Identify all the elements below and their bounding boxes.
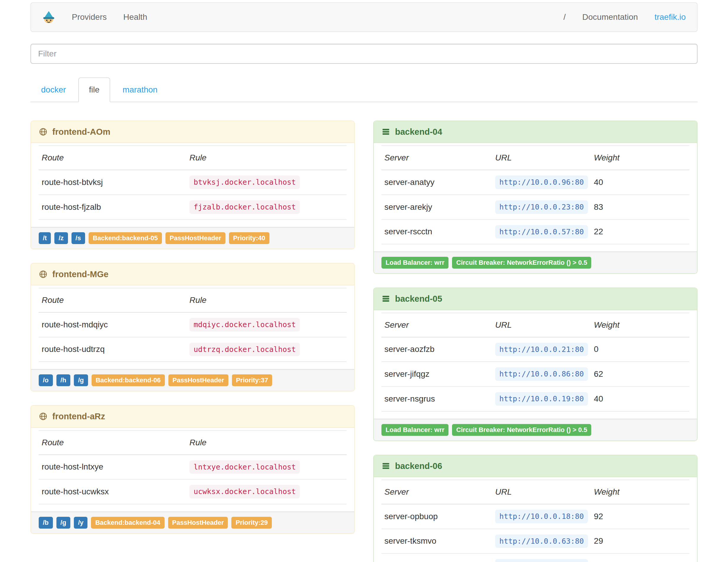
content-row: frontend-AOm Route Rule route-host-btvk — [30, 121, 698, 562]
tab-file[interactable]: file — [78, 77, 110, 102]
server-name: server-arekjy — [381, 195, 492, 220]
frontend-card-header: frontend-MGe — [31, 264, 354, 285]
path-badge: /s — [71, 232, 85, 244]
tab-docker[interactable]: docker — [30, 77, 77, 102]
rule-value: mdqiyc.docker.localhost — [189, 318, 300, 332]
tab-marathon[interactable]: marathon — [112, 77, 168, 102]
server-stack-icon — [381, 294, 390, 303]
path-badge: /g — [74, 374, 88, 386]
server-row: server-rscctn http://10.0.0.57:80 22 — [381, 220, 689, 244]
server-row: server-nsgrus http://10.0.0.19:80 40 — [381, 386, 689, 411]
server-weight: 0 — [591, 337, 689, 362]
priority-badge: Priority:37 — [232, 374, 272, 386]
server-row: server-anatyy http://10.0.0.96:80 40 — [381, 170, 689, 195]
column-header-rule: Rule — [186, 288, 347, 312]
backend-card-body: Server URL Weight server-aozfzb http://1… — [374, 310, 697, 419]
traefik-mascot-icon — [41, 9, 56, 25]
server-url: http://10.0.0.18:80 — [495, 510, 588, 523]
path-badge: /y — [74, 517, 87, 529]
frontend-name: frontend-AOm — [52, 126, 111, 137]
provider-tabs: docker file marathon — [30, 77, 698, 102]
path-badge: /o — [39, 374, 53, 386]
server-url: http://10.0.0.19:80 — [495, 392, 588, 406]
globe-icon — [39, 270, 48, 279]
nav-health[interactable]: Health — [115, 11, 155, 23]
server-url: http://10.0.0.63:80 — [495, 535, 588, 548]
column-header-rule: Rule — [186, 146, 347, 170]
rule-value: ucwksx.docker.localhost — [189, 485, 300, 498]
frontend-name: frontend-aRz — [52, 411, 105, 422]
server-row: server-updqmo http://10.0.0.83:80 57 — [381, 553, 689, 562]
nav-traefik-io-link[interactable]: traefik.io — [646, 11, 694, 23]
server-name: server-updqmo — [381, 553, 492, 562]
frontend-card: frontend-aRz Route Rule route-host-lntx — [30, 405, 355, 534]
frontend-card-footer: /o /h /g Backend:backend-06 PassHostHead… — [31, 369, 354, 391]
backends-column: backend-04 Server URL Weight — [373, 121, 698, 562]
backend-ref-badge: Backend:backend-05 — [89, 232, 162, 244]
column-header-weight: Weight — [591, 313, 689, 337]
server-row: server-opbuop http://10.0.0.18:80 92 — [381, 504, 689, 529]
column-header-route: Route — [39, 431, 186, 455]
backend-name: backend-04 — [395, 126, 442, 137]
server-weight: 22 — [591, 220, 689, 244]
priority-badge: Priority:40 — [229, 232, 269, 244]
server-row: server-jifqgz http://10.0.0.86:80 62 — [381, 362, 689, 386]
frontends-column: frontend-AOm Route Rule route-host-btvk — [30, 121, 355, 548]
server-weight: 92 — [591, 504, 689, 529]
server-stack-icon — [381, 127, 390, 136]
rule-value: fjzalb.docker.localhost — [189, 200, 300, 214]
routes-table: Route Rule route-host-btvksj btvksj.dock… — [39, 145, 347, 220]
server-url: http://10.0.0.86:80 — [495, 367, 588, 381]
path-badge: /t — [39, 232, 51, 244]
route-row: route-host-udtrzq udtrzq.docker.localhos… — [39, 337, 347, 362]
backend-card-footer: Load Balancer: wrr Circuit Breaker: Netw… — [374, 419, 697, 441]
server-row: server-aozfzb http://10.0.0.21:80 0 — [381, 337, 689, 362]
column-header-weight: Weight — [591, 146, 689, 170]
frontend-card-body: Route Rule route-host-mdqiyc mdqiyc.dock… — [31, 285, 354, 369]
filter-input[interactable] — [30, 44, 698, 64]
nav-documentation[interactable]: Documentation — [574, 11, 646, 23]
column-header-server: Server — [381, 480, 492, 504]
backend-card-header: backend-05 — [374, 288, 697, 310]
server-name: server-aozfzb — [381, 337, 492, 362]
route-row: route-host-ucwksx ucwksx.docker.localhos… — [39, 479, 347, 504]
backend-card-body: Server URL Weight server-anatyy http://1… — [374, 143, 697, 251]
servers-table: Server URL Weight server-aozfzb http://1… — [381, 313, 689, 412]
server-url: http://10.0.0.57:80 — [495, 225, 588, 239]
servers-table: Server URL Weight server-opbuop http://1… — [381, 480, 689, 562]
backend-card-header: backend-06 — [374, 455, 697, 477]
navbar: Providers Health / Documentation traefik… — [30, 2, 698, 32]
backend-ref-badge: Backend:backend-06 — [92, 374, 165, 386]
path-badge: /z — [54, 232, 68, 244]
frontend-card-body: Route Rule route-host-btvksj btvksj.dock… — [31, 143, 354, 227]
server-url: http://10.0.0.96:80 — [495, 176, 588, 189]
server-weight: 57 — [591, 553, 689, 562]
path-badge: /b — [39, 517, 53, 529]
route-name: route-host-btvksj — [39, 170, 186, 195]
frontend-card: frontend-AOm Route Rule route-host-btvk — [30, 121, 355, 249]
column-header-weight: Weight — [591, 480, 689, 504]
route-row: route-host-fjzalb fjzalb.docker.localhos… — [39, 195, 347, 220]
backend-name: backend-06 — [395, 461, 442, 471]
servers-table: Server URL Weight server-anatyy http://1… — [381, 145, 689, 244]
server-name: server-anatyy — [381, 170, 492, 195]
priority-badge: Priority:29 — [231, 517, 272, 529]
column-header-server: Server — [381, 313, 492, 337]
server-name: server-nsgrus — [381, 386, 492, 411]
route-name: route-host-ucwksx — [39, 479, 186, 504]
server-weight: 62 — [591, 362, 689, 386]
backend-card: backend-06 Server URL Weight — [373, 455, 698, 562]
traefik-logo[interactable] — [34, 9, 64, 25]
frontend-name: frontend-MGe — [52, 269, 108, 280]
circuit-breaker-badge: Circuit Breaker: NetworkErrorRatio () > … — [452, 257, 591, 269]
load-balancer-badge: Load Balancer: wrr — [381, 257, 449, 269]
column-header-server: Server — [381, 146, 492, 170]
server-name: server-rscctn — [381, 220, 492, 244]
column-header-url: URL — [492, 313, 591, 337]
nav-providers[interactable]: Providers — [64, 11, 115, 23]
server-url: http://10.0.0.83:80 — [495, 559, 588, 562]
frontend-card-footer: /b /g /y Backend:backend-04 PassHostHead… — [31, 511, 354, 533]
server-weight: 29 — [591, 529, 689, 554]
route-row: route-host-lntxye lntxye.docker.localhos… — [39, 455, 347, 480]
load-balancer-badge: Load Balancer: wrr — [381, 424, 449, 436]
